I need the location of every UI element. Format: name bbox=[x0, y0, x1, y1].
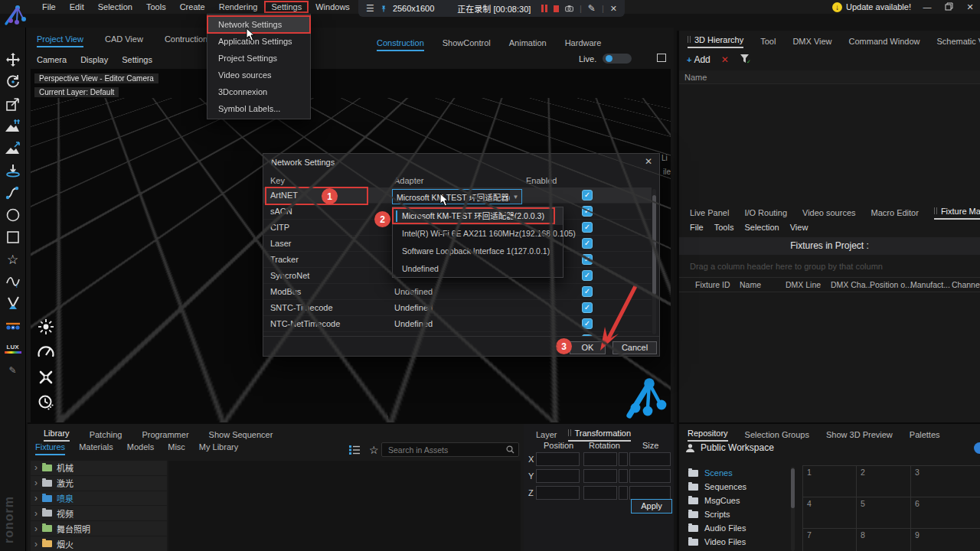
camera-icon[interactable] bbox=[565, 4, 573, 13]
move-tool-icon[interactable] bbox=[5, 52, 21, 67]
lux-meter-icon[interactable]: LUX bbox=[5, 341, 21, 356]
tab-io-routing[interactable]: I/O Routing bbox=[744, 208, 787, 220]
rectangle-tool-icon[interactable] bbox=[5, 230, 21, 245]
position-z-input[interactable] bbox=[536, 486, 580, 500]
tab-programmer[interactable]: Programmer bbox=[142, 430, 188, 442]
scene-slot[interactable]: 8 bbox=[857, 529, 911, 551]
dialog-scrollbar[interactable] bbox=[652, 189, 656, 334]
apply-button[interactable]: Apply bbox=[631, 499, 672, 514]
fixture-menu-view[interactable]: View bbox=[790, 223, 808, 232]
scale-tool-icon[interactable] bbox=[5, 96, 21, 112]
scene-slot[interactable]: 5 bbox=[857, 497, 911, 529]
menu-selection[interactable]: Selection bbox=[91, 1, 139, 13]
tab-showcontrol[interactable]: ShowControl bbox=[443, 38, 491, 51]
size-y-input[interactable] bbox=[629, 469, 671, 483]
folder-row-selected[interactable]: ›喷泉 bbox=[31, 491, 167, 506]
tab-hardware[interactable]: Hardware bbox=[565, 38, 602, 51]
spline-tool-icon[interactable] bbox=[5, 185, 21, 201]
pin-icon[interactable] bbox=[381, 4, 387, 14]
tab-project-view[interactable]: Project View bbox=[37, 34, 83, 47]
chevron-right-icon[interactable]: › bbox=[34, 523, 38, 534]
folder-row[interactable]: ›机械 bbox=[31, 461, 167, 475]
tab-my-library[interactable]: My Library bbox=[199, 442, 238, 455]
recorder-menu-icon[interactable]: ☰ bbox=[366, 3, 374, 14]
scene-slot[interactable]: 1 bbox=[803, 466, 857, 497]
filter-icon[interactable]: ✓ bbox=[740, 54, 751, 66]
menu-settings[interactable]: Settings bbox=[264, 1, 309, 13]
col-fixture-id[interactable]: Fixture ID bbox=[695, 280, 730, 289]
menu-rendering[interactable]: Rendering bbox=[212, 1, 265, 13]
adapter-option-undefined[interactable]: Undefined bbox=[393, 260, 563, 278]
delete-icon[interactable]: ✕ bbox=[721, 54, 729, 65]
recorder-close-icon[interactable]: ✕ bbox=[610, 4, 617, 14]
folder-row[interactable]: ›激光 bbox=[31, 476, 167, 491]
tab-command-window[interactable]: Command Window bbox=[849, 37, 920, 48]
pen-small-icon[interactable]: ✎ bbox=[5, 363, 21, 378]
tab-schematic-views[interactable]: Schematic Views bbox=[936, 37, 980, 48]
rotate-tool-icon[interactable] bbox=[5, 74, 21, 90]
tab-library[interactable]: Library bbox=[44, 429, 70, 442]
tools-visibility-icon[interactable] bbox=[37, 369, 55, 386]
tab-show-3d-preview[interactable]: Show 3D Preview bbox=[826, 430, 893, 442]
tab-live-panel[interactable]: Live Panel bbox=[690, 208, 729, 220]
scene-slot[interactable]: 9 bbox=[911, 529, 980, 551]
repo-folder-video-files[interactable]: Video Files bbox=[688, 537, 746, 546]
folder-row[interactable]: ›烟火 bbox=[31, 536, 167, 551]
tab-animation[interactable]: Animation bbox=[509, 38, 547, 51]
repository-scrollbar[interactable] bbox=[791, 467, 795, 551]
repo-folder-scripts[interactable]: Scripts bbox=[688, 510, 746, 519]
col-position[interactable]: Position o... bbox=[870, 280, 912, 289]
scene-slot[interactable]: 7 bbox=[803, 529, 857, 551]
size-z-input[interactable] bbox=[629, 486, 671, 500]
menu-item-symbol-labels[interactable]: Symbol Labels... bbox=[207, 100, 310, 117]
tab-repository[interactable]: Repository bbox=[688, 429, 728, 442]
menu-file[interactable]: File bbox=[35, 1, 63, 13]
enabled-checkbox[interactable]: ✓ bbox=[582, 222, 593, 233]
flag-check-icon[interactable] bbox=[5, 296, 21, 311]
chevron-right-icon[interactable]: › bbox=[34, 508, 38, 519]
size-x-input[interactable] bbox=[629, 452, 671, 466]
dialog-close-icon[interactable]: ✕ bbox=[645, 156, 652, 167]
viewport-menu-settings[interactable]: Settings bbox=[122, 55, 152, 64]
chevron-right-icon[interactable]: › bbox=[34, 478, 38, 488]
tab-show-sequencer[interactable]: Show Sequencer bbox=[209, 430, 273, 442]
add-button[interactable]: +Add bbox=[687, 54, 710, 65]
enabled-checkbox[interactable]: ✓ bbox=[582, 190, 593, 201]
tab-palettes[interactable]: Palettes bbox=[910, 430, 940, 442]
col-dmx-channel[interactable]: DMX Cha... bbox=[831, 280, 872, 289]
live-toggle[interactable] bbox=[603, 54, 632, 64]
menu-item-network-settings[interactable]: Network Settings bbox=[207, 16, 310, 33]
scrollbar-thumb[interactable] bbox=[652, 195, 656, 295]
chevron-right-icon[interactable]: › bbox=[34, 462, 38, 473]
tab-materials[interactable]: Materials bbox=[79, 442, 113, 455]
star-tool-icon[interactable]: ☆ bbox=[5, 252, 21, 267]
terrain-slope-icon[interactable] bbox=[5, 141, 21, 156]
enabled-checkbox[interactable]: ✓ bbox=[582, 238, 593, 249]
rotation-y-stepper[interactable] bbox=[619, 469, 628, 483]
adapter-combobox[interactable]: Microsoft KM-TEST 环回适配器(2... ▼ bbox=[392, 189, 522, 204]
col-dmx-line[interactable]: DMX Line bbox=[786, 280, 821, 289]
close-button[interactable]: ✕ bbox=[965, 2, 975, 12]
folder-row[interactable]: ›视频 bbox=[31, 506, 167, 520]
position-y-input[interactable] bbox=[536, 469, 580, 483]
pause-icon[interactable] bbox=[541, 5, 547, 12]
circle-tool-icon[interactable] bbox=[5, 207, 21, 223]
chevron-right-icon[interactable]: › bbox=[34, 493, 38, 504]
enabled-checkbox[interactable]: ✓ bbox=[582, 254, 593, 265]
scene-slot[interactable]: 3 bbox=[911, 466, 980, 497]
repo-folder-audio-files[interactable]: Audio Files bbox=[688, 523, 746, 533]
adapter-option-km-test[interactable]: Microsoft KM-TEST 环回适配器(2.0.0.3) bbox=[393, 207, 563, 225]
tab-models[interactable]: Models bbox=[127, 442, 154, 455]
col-name[interactable]: Name bbox=[740, 280, 761, 289]
rotation-y-input[interactable] bbox=[583, 469, 617, 483]
viewport-menu-display[interactable]: Display bbox=[80, 55, 108, 64]
scrollbar-thumb[interactable] bbox=[791, 468, 795, 508]
menu-create[interactable]: Create bbox=[173, 1, 212, 13]
drop-to-ground-icon[interactable] bbox=[5, 163, 21, 178]
tab-construction[interactable]: Construction bbox=[377, 38, 424, 51]
tab-selection-groups[interactable]: Selection Groups bbox=[745, 430, 809, 442]
repo-folder-scenes[interactable]: Scenes bbox=[688, 468, 746, 478]
tab-transformation[interactable]: Transformation bbox=[568, 429, 632, 442]
adapter-option-intel-wifi[interactable]: Intel(R) Wi-Fi 6E AX211 160MHz(192.168.0… bbox=[393, 225, 563, 243]
rotation-x-stepper[interactable] bbox=[619, 452, 628, 466]
